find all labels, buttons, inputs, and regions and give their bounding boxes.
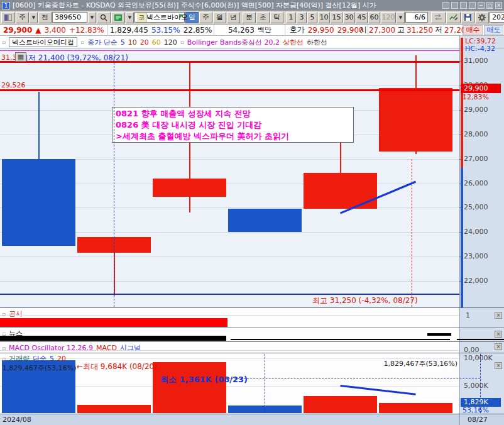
ma-period-5: 5 — [121, 38, 125, 47]
tab-weekly[interactable]: 주 — [199, 12, 212, 23]
panel-separator — [0, 48, 504, 48]
help-icon[interactable] — [469, 2, 476, 9]
maximize-button[interactable]: □ — [486, 2, 493, 9]
minute-15-button[interactable]: 15 — [331, 12, 342, 23]
lowest-price-annotation: 최저 21,400 (39,72%, 08/21) — [21, 53, 128, 63]
trendline-2[interactable] — [0, 89, 459, 91]
high-label: 고 — [397, 25, 405, 35]
minute-3-button[interactable]: 3 — [297, 12, 307, 23]
news-icon-button[interactable] — [111, 12, 125, 23]
macd-signal-label: 시그널 — [120, 343, 141, 353]
ma-period-120: 120 — [164, 38, 177, 47]
minute-dropdown-arrow[interactable]: ▼ — [397, 12, 405, 23]
tab-monthly[interactable]: 월 — [213, 12, 226, 23]
up-arrow-icon: ▲ — [35, 26, 41, 35]
panel-separator — [0, 353, 504, 353]
stock-type-combo[interactable]: 주 — [16, 12, 29, 23]
prev-stock-button[interactable]: 전 — [38, 12, 52, 23]
sell-button[interactable]: 매도 — [484, 25, 503, 35]
buy-button[interactable]: 매수 — [463, 25, 483, 35]
tab-yearly[interactable]: 년 — [227, 12, 240, 23]
panel-marker-icon: ▫ — [2, 356, 6, 362]
hc-value: HC:-4,32 — [465, 45, 495, 53]
chart-tool-icon[interactable] — [446, 12, 461, 23]
minute-1-button[interactable]: 1 — [286, 12, 296, 23]
volume-ma20-label: 20 — [57, 355, 66, 363]
minute-10-button[interactable]: 10 — [318, 12, 330, 23]
trendline-2-price-label: 29,526 — [1, 81, 26, 89]
link-chart-icon[interactable] — [431, 12, 446, 23]
news-dropdown-arrow[interactable]: ▼ — [126, 12, 134, 23]
ma-legend-label[interactable]: 종가 단순 — [87, 38, 118, 47]
low-label: 저 — [435, 25, 442, 35]
price-change: 3,400 — [45, 26, 66, 35]
bollinger-legend[interactable]: Bollinger Bands중심선 20,2 — [187, 38, 280, 47]
tab-minute[interactable]: 분 — [243, 12, 256, 23]
pin-icon[interactable] — [460, 2, 467, 9]
volume-value: 1,829,445 — [110, 26, 148, 35]
news-line-3: >세계최초 출혈예방 넥스파우더 美허가 초읽기 — [116, 131, 350, 142]
stock-name-field[interactable]: 코 넥스트바이오 — [134, 12, 185, 23]
volume-header: ▫ 거래량 단순 5 20 — [2, 354, 66, 363]
code-dropdown-arrow[interactable]: ▼ — [88, 12, 96, 23]
ask-price: 29,950 — [308, 26, 334, 35]
bar-count-input[interactable]: 6/6 — [405, 12, 428, 23]
bollinger-upper-label: 상한선 — [283, 38, 304, 47]
volume-min-marker-hline — [228, 378, 480, 378]
volume-ma5-label: 5 — [50, 355, 54, 363]
ma-period-10: 10 — [128, 38, 137, 47]
trade-value-unit: 백만 — [258, 25, 271, 35]
save-icon[interactable] — [461, 12, 474, 23]
window-title: [0600] 키움종합차트 - KOSDAQ 외국인보유[55(천)] 주식수[… — [13, 1, 440, 10]
minute-5-button[interactable]: 5 — [307, 12, 317, 23]
panel-separator — [0, 328, 504, 328]
bollinger-upper-line — [0, 50, 459, 51]
field-corner-mark — [180, 14, 184, 18]
grid-tool-icon[interactable]: ▦ — [15, 52, 26, 62]
legend-marker-icon: ▫ — [180, 39, 184, 45]
minute-30-button[interactable]: 30 — [343, 12, 355, 23]
disclosure-label[interactable]: 공시 — [9, 309, 23, 319]
macd-label[interactable]: MACD Oscillator 12,26,9 — [9, 344, 93, 352]
stock-type-combo-arrow[interactable]: ▼ — [30, 12, 38, 23]
date-axis-right: 08/27 — [468, 416, 488, 424]
panel-separator — [0, 341, 504, 342]
main-chart-plot[interactable] — [0, 48, 459, 308]
disclosure-header: ▫ 공시 — [2, 309, 23, 319]
volume-label[interactable]: 거래량 — [9, 354, 30, 363]
search-button[interactable] — [97, 12, 111, 23]
disclosure-close-icon[interactable]: × — [495, 312, 502, 319]
news-bar-thick — [0, 336, 226, 341]
price-change-pct: +12.83% — [69, 26, 104, 35]
toolbar-extra-icon[interactable] — [442, 2, 449, 9]
close-button[interactable]: × — [495, 2, 502, 9]
macd-close-icon[interactable]: × — [495, 343, 502, 350]
window-titlebar: 1 [0600] 키움종합차트 - KOSDAQ 외국인보유[55(천)] 주식… — [0, 0, 504, 11]
news-annotation-box[interactable]: 0821 향후 매출액 성장세 지속 전망 0826 美 대장 내시경 시장 진… — [112, 107, 354, 143]
open-label: 시 — [359, 25, 367, 35]
volume-min-annotation: 최소 1,361K (08/23) — [160, 374, 248, 385]
current-price-axis-box: 29,900 — [461, 84, 501, 93]
volume-min-marker-vline — [265, 354, 265, 413]
settings-gear-icon[interactable] — [475, 12, 489, 23]
minimize-button[interactable]: ─ — [478, 2, 485, 9]
date-input[interactable]: 2024/08/ — [490, 12, 504, 23]
volume-ma-label: 단순 — [33, 354, 47, 363]
tab-tick[interactable]: 틱 — [270, 12, 283, 23]
split-window-button[interactable] — [1, 12, 15, 23]
tab-second[interactable]: 초 — [256, 12, 270, 23]
minute-120-button[interactable]: 120 — [381, 12, 396, 23]
news-bar-thin-2 — [457, 339, 504, 340]
minute-45-button[interactable]: 45 — [356, 12, 368, 23]
volume-readout-right: 1,829,467주(53,16%) — [377, 359, 457, 368]
legend-stock-name[interactable]: 넥스트바이오메디컬 — [9, 37, 77, 47]
volume-axis-box: 1,829K — [461, 398, 501, 407]
minute-60-button[interactable]: 60 — [368, 12, 380, 23]
turnover-pct: 53.15% — [151, 26, 180, 35]
news-close-icon[interactable]: × — [495, 331, 502, 338]
panel-separator — [0, 307, 504, 308]
stock-code-input[interactable]: 389650 — [52, 12, 87, 23]
axis-range-bar-blue — [461, 168, 463, 307]
print-icon[interactable] — [451, 2, 458, 9]
volume-close-icon[interactable]: × — [495, 362, 502, 369]
